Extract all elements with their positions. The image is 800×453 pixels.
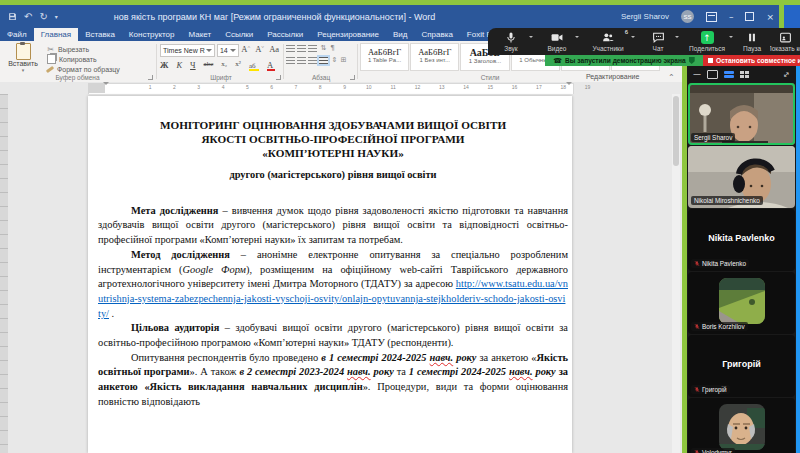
participants-button[interactable]: 6 Участники: [580, 28, 636, 55]
paste-button[interactable]: Вставить ▾: [5, 43, 41, 77]
tab-file[interactable]: Файл: [0, 28, 34, 41]
bullets-icon[interactable]: [286, 45, 295, 52]
participant-tile[interactable]: Nikolai Miroshnichenko: [688, 146, 795, 208]
minimize-panel-icon[interactable]: —: [693, 70, 701, 79]
participant-tile[interactable]: Григорій Григорій: [688, 335, 795, 397]
editing-group-label[interactable]: Редактирование: [586, 73, 639, 80]
multilevel-list-icon[interactable]: [308, 45, 317, 52]
bold-button[interactable]: Ж: [160, 60, 168, 70]
chevron-down-icon[interactable]: [675, 36, 679, 40]
zoom-video-panel: — ↔ Sergii Sharov: [687, 66, 796, 453]
tab-help[interactable]: Справка: [414, 28, 459, 41]
phone-icon: ☎: [553, 57, 562, 65]
tab-design[interactable]: Конструктор: [122, 28, 182, 41]
word-titlebar: ↶ ↻ ▾ нов якість програми КН маг [Режим …: [0, 5, 779, 28]
subscript-button[interactable]: x₂: [221, 60, 227, 68]
strikethrough-button[interactable]: abc: [204, 60, 214, 68]
chevron-down-icon[interactable]: [631, 36, 635, 40]
paragraph: Цільова аудиторія – здобувачі вищої осві…: [98, 321, 568, 350]
font-name-combo[interactable]: Times New R: [160, 44, 215, 57]
paragraph-group-label: Абзац: [286, 74, 356, 81]
chat-button[interactable]: Чат: [636, 28, 680, 55]
chevron-down-icon: [230, 49, 236, 55]
participant-name: Nikolai Miroshnichenko: [694, 197, 760, 204]
chevron-down-icon[interactable]: [575, 36, 579, 40]
share-screen-button[interactable]: ↑ Поделиться: [680, 28, 734, 55]
horizontal-ruler[interactable]: 12345678910111213141516171819: [0, 82, 682, 94]
style-card[interactable]: АаБбВгГ 1 Без инт...: [410, 43, 459, 71]
tab-home[interactable]: Главная: [34, 28, 78, 41]
shrink-font-button[interactable]: А˅: [255, 44, 264, 57]
copy-button[interactable]: Копировать: [46, 54, 150, 64]
minimize-button[interactable]: –: [729, 12, 734, 22]
audio-button[interactable]: Звук: [488, 28, 534, 55]
security-shield-icon[interactable]: [689, 57, 695, 64]
annotate-button[interactable]: Показать ко: [770, 28, 800, 55]
collapse-ribbon-icon[interactable]: ⌃: [668, 73, 675, 82]
document-page[interactable]: МОНІТОРИНГ ОЦІНЮВАННЯ ЗДОБУВАЧАМИ ВИЩОЇ …: [88, 96, 572, 453]
tab-insert[interactable]: Вставка: [78, 28, 122, 41]
paragraph-dialog-launcher[interactable]: [350, 75, 355, 80]
clipboard-icon: [16, 43, 31, 60]
grow-font-button[interactable]: А˄: [241, 44, 250, 57]
tab-mailings[interactable]: Рассылки: [260, 28, 310, 41]
chevron-down-icon[interactable]: [529, 36, 533, 40]
style-card[interactable]: АаБбВгГ 1 Table Pa...: [360, 43, 409, 71]
sort-icon[interactable]: ⇅: [319, 44, 328, 52]
font-dialog-launcher[interactable]: [276, 75, 281, 80]
align-right-icon[interactable]: [308, 57, 317, 64]
pilcrow-icon[interactable]: ¶: [328, 44, 337, 52]
participant-name: Григорій: [702, 386, 727, 393]
document-title-line: «КОМП’ЮТЕРНІ НАУКИ»: [98, 146, 568, 160]
indent-marker[interactable]: [103, 82, 109, 88]
participant-tile[interactable]: Nikita Pavlenko Nikita Pavlenko: [688, 209, 795, 271]
vertical-scrollbar[interactable]: [672, 94, 680, 453]
maximize-button[interactable]: [745, 12, 754, 21]
pause-share-button[interactable]: Пауза: [734, 28, 770, 55]
underline-button[interactable]: Ч: [190, 60, 196, 70]
format-painter-button[interactable]: Формат по образцу: [46, 64, 150, 74]
highlight-button[interactable]: аб: [249, 60, 259, 71]
align-center-icon[interactable]: [297, 57, 306, 64]
expand-panel-icon[interactable]: ↔: [781, 68, 792, 79]
borders-icon[interactable]: ⊞: [339, 56, 348, 64]
font-size-combo[interactable]: 14: [217, 44, 239, 57]
close-button[interactable]: ×: [766, 12, 774, 22]
italic-button[interactable]: К: [176, 60, 182, 70]
line-spacing-icon[interactable]: ⇕: [330, 56, 339, 64]
account-name[interactable]: Sergii Sharov: [621, 12, 669, 21]
speaker-view-icon[interactable]: [707, 70, 718, 79]
zoom-toolbar: Звук Видео 6 Участники Чат ↑ Поделиться …: [488, 28, 800, 55]
muted-mic-icon: [694, 449, 700, 453]
tab-references[interactable]: Ссылки: [218, 28, 260, 41]
styles-group-label: Стили: [360, 74, 620, 81]
indent-marker[interactable]: [566, 82, 572, 88]
tab-view[interactable]: Вид: [386, 28, 414, 41]
participant-tile[interactable]: Sergii Sharov: [688, 83, 795, 145]
font-color-button[interactable]: А: [267, 60, 275, 71]
tab-review[interactable]: Рецензирование: [310, 28, 386, 41]
justify-icon[interactable]: [319, 57, 328, 64]
muted-mic-icon: [694, 323, 700, 330]
camera-icon: [550, 31, 564, 44]
numbering-icon[interactable]: [297, 45, 306, 52]
participant-tile[interactable]: Volodymyr: [688, 398, 795, 453]
superscript-button[interactable]: x²: [235, 60, 241, 68]
cut-button[interactable]: ✂ Вырезать: [46, 44, 150, 54]
participant-name-center: Григорій: [688, 359, 795, 369]
chevron-down-icon[interactable]: [729, 36, 733, 40]
active-view-icon[interactable]: [724, 71, 734, 78]
video-button[interactable]: Видео: [534, 28, 580, 55]
chevron-down-icon: [206, 49, 212, 55]
gallery-view-icon[interactable]: [740, 71, 749, 78]
participants-icon: [601, 31, 615, 44]
align-left-icon[interactable]: [286, 57, 295, 64]
participant-tile[interactable]: Boris Korzhilov: [688, 272, 795, 334]
vertical-ruler[interactable]: [0, 94, 8, 453]
change-case-button[interactable]: Аа: [269, 44, 279, 57]
stop-share-button[interactable]: Остановить совместное исп: [703, 55, 800, 66]
ribbon-display-options-icon[interactable]: [706, 12, 717, 22]
tab-layout[interactable]: Макет: [181, 28, 218, 41]
account-avatar[interactable]: SS: [681, 10, 694, 23]
clipboard-dialog-launcher[interactable]: [148, 75, 153, 80]
